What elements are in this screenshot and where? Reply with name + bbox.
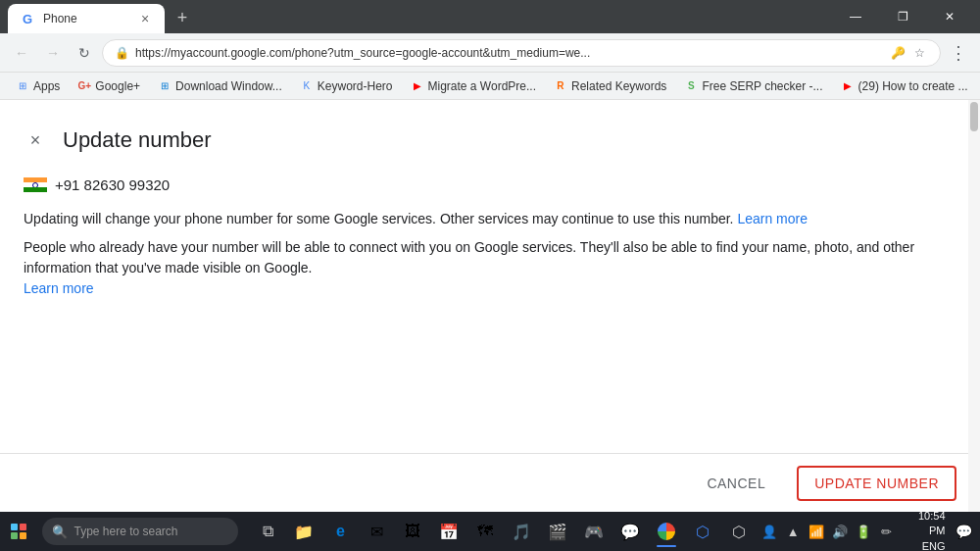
taskbar: 🔍 Type here to search ⧉ 📁 e ✉ 🖼 📅 🗺 bbox=[0, 512, 980, 551]
mail-button[interactable]: ✉ bbox=[359, 514, 394, 549]
bookmark-label: Related Keywords bbox=[571, 79, 666, 93]
restore-button[interactable]: ❐ bbox=[880, 1, 925, 32]
mail-icon: ✉ bbox=[370, 523, 383, 541]
extensions-button[interactable]: ⋮ bbox=[945, 39, 972, 67]
battery-icon[interactable]: 🔋 bbox=[853, 520, 874, 543]
movies-button[interactable]: 🎬 bbox=[540, 514, 575, 549]
system-clock[interactable]: 10:54 PM ENG bbox=[900, 509, 950, 551]
back-button[interactable]: ← bbox=[8, 39, 35, 67]
related-keywords-icon: R bbox=[554, 79, 567, 93]
photos-button[interactable]: 🖼 bbox=[395, 514, 430, 549]
messaging-button[interactable]: 💬 bbox=[612, 514, 648, 549]
network-icon[interactable]: ▲ bbox=[782, 520, 804, 543]
bookmark-label: (29) How to create ... bbox=[858, 79, 968, 93]
cancel-button[interactable]: CANCEL bbox=[691, 468, 781, 499]
xbox-button[interactable]: 🎮 bbox=[576, 514, 612, 549]
action-bar: CANCEL UPDATE NUMBER bbox=[0, 453, 980, 512]
update-number-button[interactable]: UPDATE NUMBER bbox=[797, 466, 956, 501]
bookmark-google-plus[interactable]: G+ Google+ bbox=[70, 77, 148, 95]
tab-strip: G Phone × + bbox=[8, 0, 833, 33]
time-display: 10:54 PM bbox=[904, 509, 946, 539]
notification-button[interactable]: 💬 bbox=[952, 518, 977, 545]
start-button[interactable] bbox=[4, 514, 32, 549]
bookmark-related-keywords[interactable]: R Related Keywords bbox=[546, 77, 674, 95]
apps-label: Apps bbox=[33, 79, 60, 93]
info-text-1-content: Updating will change your phone number f… bbox=[24, 211, 733, 226]
apps-grid-icon: ⊞ bbox=[16, 79, 29, 93]
title-bar: G Phone × + — ❐ ✕ bbox=[0, 0, 980, 33]
search-button[interactable]: 🔍 Type here to search bbox=[34, 514, 246, 549]
calendar-icon: 📅 bbox=[439, 523, 459, 541]
forward-button[interactable]: → bbox=[39, 39, 67, 67]
bookmark-label: Download Window... bbox=[175, 79, 282, 93]
refresh-button[interactable]: ↻ bbox=[71, 39, 98, 67]
google-plus-icon: G+ bbox=[77, 79, 91, 93]
learn-more-link-2[interactable]: Learn more bbox=[24, 280, 94, 296]
address-text: https://myaccount.google.com/phone?utm_s… bbox=[135, 46, 883, 60]
address-bar[interactable]: 🔒 https://myaccount.google.com/phone?utm… bbox=[102, 39, 941, 67]
music-icon: 🎵 bbox=[512, 523, 531, 541]
keyword-icon: K bbox=[300, 79, 314, 93]
movies-icon: 🎬 bbox=[548, 523, 567, 541]
close-window-button[interactable]: ✕ bbox=[927, 1, 972, 32]
browser-window: G Phone × + — ❐ ✕ ← → ↻ 🔒 https://myacco… bbox=[0, 0, 980, 512]
chrome-taskbar-button[interactable] bbox=[649, 514, 684, 549]
app-blue-button[interactable]: ⬡ bbox=[685, 514, 720, 549]
info-text-2: People who already have your number will… bbox=[24, 237, 956, 299]
taskbar-search-bar[interactable]: 🔍 Type here to search bbox=[42, 518, 238, 545]
new-tab-button[interactable]: + bbox=[169, 4, 196, 31]
key-icon[interactable]: 🔑 bbox=[889, 44, 906, 62]
page-area: × Update number +91 82630 99320 Updating… bbox=[0, 100, 980, 512]
people-icon[interactable]: 👤 bbox=[759, 520, 780, 543]
scrollbar-thumb[interactable] bbox=[970, 102, 978, 131]
bookmark-label: Free SERP checker -... bbox=[702, 79, 822, 93]
info-text-2-content: People who already have your number will… bbox=[24, 239, 914, 276]
music-button[interactable]: 🎵 bbox=[504, 514, 539, 549]
maps-button[interactable]: 🗺 bbox=[467, 514, 503, 549]
task-view-icon: ⧉ bbox=[263, 523, 273, 540]
serp-icon: S bbox=[684, 79, 698, 93]
edge-button[interactable]: e bbox=[322, 514, 358, 549]
search-icon: 🔍 bbox=[52, 525, 68, 539]
tab-close-button[interactable]: × bbox=[137, 11, 153, 26]
star-icon[interactable]: ☆ bbox=[910, 44, 928, 62]
info-text-1: Updating will change your phone number f… bbox=[24, 209, 956, 229]
bookmark-apps[interactable]: ⊞ Apps bbox=[8, 77, 68, 95]
bookmark-label: Migrate a WordPre... bbox=[428, 79, 536, 93]
wifi-icon[interactable]: 📶 bbox=[806, 520, 827, 543]
bookmark-keyword-hero[interactable]: K Keyword-Hero bbox=[292, 77, 401, 95]
address-icons: 🔑 ☆ bbox=[889, 44, 928, 62]
bookmark-migrate-wordpress[interactable]: ▶ Migrate a WordPre... bbox=[403, 77, 544, 95]
file-explorer-button[interactable]: 📁 bbox=[286, 514, 321, 549]
youtube-icon-bm1: ▶ bbox=[411, 79, 424, 93]
pen-icon[interactable]: ✏ bbox=[876, 520, 898, 543]
messaging-icon: 💬 bbox=[620, 523, 640, 541]
phone-number-text: +91 82630 99320 bbox=[55, 176, 170, 193]
tab-favicon: G bbox=[20, 11, 35, 26]
bookmark-label: Google+ bbox=[95, 79, 140, 93]
taskbar-apps: ⧉ 📁 e ✉ 🖼 📅 🗺 🎵 🎬 bbox=[250, 514, 757, 549]
bookmark-label: Keyword-Hero bbox=[318, 79, 393, 93]
search-placeholder: Type here to search bbox=[74, 525, 177, 538]
page-title: Update number bbox=[63, 127, 212, 153]
lang-display: ENG bbox=[904, 539, 946, 551]
maps-icon: 🗺 bbox=[477, 523, 493, 540]
volume-icon[interactable]: 🔊 bbox=[829, 520, 851, 543]
learn-more-link-1[interactable]: Learn more bbox=[737, 211, 808, 226]
minimize-button[interactable]: — bbox=[833, 1, 878, 32]
scrollbar-track[interactable] bbox=[968, 100, 980, 512]
active-tab[interactable]: G Phone × bbox=[8, 4, 165, 33]
bookmark-download-windows[interactable]: ⊞ Download Window... bbox=[150, 77, 290, 95]
task-view-button[interactable]: ⧉ bbox=[250, 514, 285, 549]
more-taskbar-apps-button[interactable]: ⬡ bbox=[721, 514, 757, 549]
file-explorer-icon: 📁 bbox=[294, 523, 314, 541]
phone-number-row: +91 82630 99320 bbox=[24, 176, 956, 193]
flag-stripe-green bbox=[24, 187, 47, 192]
close-page-button[interactable]: × bbox=[24, 128, 47, 152]
calendar-button[interactable]: 📅 bbox=[431, 514, 466, 549]
page-header: × Update number bbox=[24, 127, 956, 153]
bookmark-how-to-create[interactable]: ▶ (29) How to create ... bbox=[833, 77, 976, 95]
youtube-icon-bm2: ▶ bbox=[841, 79, 855, 93]
bookmark-serp-checker[interactable]: S Free SERP checker -... bbox=[676, 77, 830, 95]
app-blue-icon: ⬡ bbox=[696, 523, 710, 541]
